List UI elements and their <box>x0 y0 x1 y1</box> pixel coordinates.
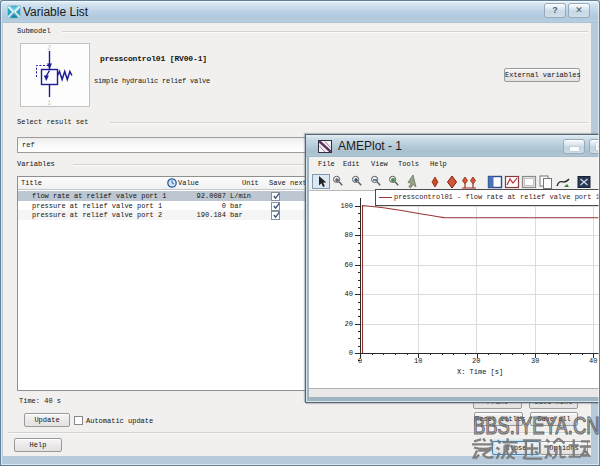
svg-text:2: 2 <box>47 44 51 52</box>
svg-text:1: 1 <box>47 99 51 107</box>
